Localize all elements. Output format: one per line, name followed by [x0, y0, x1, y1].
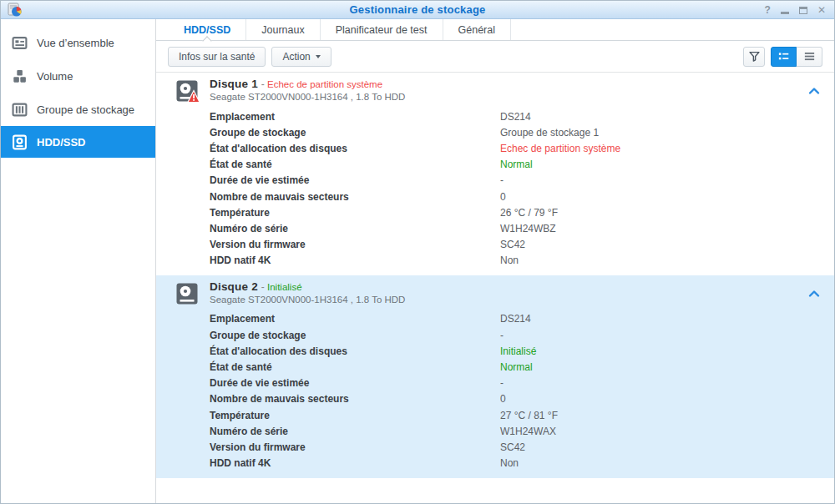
hdd-icon	[175, 78, 200, 103]
disk-detail-row: État de santéNormal	[210, 157, 817, 173]
disk-header: Disque 1 - Echec de partition système Se…	[175, 78, 817, 106]
disk-status-separator: -	[261, 281, 267, 293]
disk-model: Seagate ST2000VN000-1H3164 , 1.8 To HDD	[210, 294, 405, 306]
health-info-button[interactable]: Infos sur la santé	[168, 47, 266, 67]
detail-value: -	[500, 174, 504, 186]
action-label: Action	[282, 51, 310, 63]
detail-label: Numéro de série	[210, 426, 500, 437]
sidebar: Vue d’ensembleVolumeGroupe de stockageHD…	[1, 19, 156, 503]
minimize-icon[interactable]	[781, 3, 789, 18]
detail-label: Durée de vie estimée	[210, 174, 500, 186]
tab-hdd-ssd[interactable]: HDD/SSD	[169, 19, 246, 40]
detail-label: État d'allocation des disques	[210, 143, 500, 154]
hdd-icon	[175, 281, 200, 306]
tab-label: Général	[458, 24, 495, 36]
detail-label: Version du firmware	[210, 441, 500, 453]
detail-label: HDD natif 4K	[210, 457, 500, 469]
compact-view-icon[interactable]	[797, 47, 822, 67]
detail-value: Groupe de stockage 1	[500, 127, 599, 139]
disk-panel-disque-1[interactable]: Disque 1 - Echec de partition système Se…	[156, 73, 834, 275]
disk-status-separator: -	[261, 78, 267, 90]
tab-journaux[interactable]: Journaux	[246, 19, 320, 40]
disk-detail-rows: EmplacementDS214Groupe de stockageGroupe…	[210, 108, 817, 269]
sidebar-item-groupe-de-stockage[interactable]: Groupe de stockage	[1, 93, 155, 126]
action-button[interactable]: Action	[271, 47, 331, 67]
help-icon[interactable]: ?	[765, 4, 771, 16]
detail-value: SC42	[500, 239, 525, 250]
disk-model: Seagate ST2000VN000-1H3164 , 1.8 To HDD	[210, 91, 405, 103]
detail-label: Groupe de stockage	[210, 330, 500, 341]
detail-label: Durée de vie estimée	[210, 377, 500, 389]
chevron-up-icon[interactable]	[808, 286, 820, 295]
detail-value: 0	[500, 191, 506, 203]
disk-detail-row: Groupe de stockage-	[210, 327, 817, 343]
filter-icon[interactable]	[743, 47, 765, 67]
disk-list: Disque 1 - Echec de partition système Se…	[156, 72, 834, 503]
detail-value: W1H24WAX	[500, 426, 556, 437]
disk-detail-row: Température26 °C / 79 °F	[210, 204, 817, 220]
detail-value: 26 °C / 79 °F	[500, 207, 558, 219]
disk-status: Echec de partition système	[267, 79, 382, 89]
volume-icon	[12, 68, 28, 84]
detail-value: W1H24WBZ	[500, 223, 556, 234]
disk-detail-row: Nombre de mauvais secteurs0	[210, 189, 817, 204]
detail-value: 27 °C / 81 °F	[500, 410, 558, 421]
detail-value: DS214	[500, 313, 531, 325]
detail-value: Normal	[500, 159, 533, 170]
detail-label: Numéro de série	[210, 223, 500, 234]
maximize-icon[interactable]	[799, 3, 807, 18]
disk-detail-row: Numéro de sérieW1H24WBZ	[210, 220, 817, 236]
detail-value: -	[500, 377, 504, 389]
disk-detail-row: Nombre de mauvais secteurs0	[210, 391, 817, 407]
disk-detail-row: HDD natif 4KNon	[210, 253, 817, 269]
disk-detail-row: HDD natif 4KNon	[210, 456, 817, 471]
disk-panel-disque-2[interactable]: Disque 2 - Initialisé Seagate ST2000VN00…	[156, 275, 834, 478]
toolbar: Infos sur la santé Action	[156, 41, 834, 72]
disk-detail-row: EmplacementDS214	[210, 108, 817, 124]
detail-label: Température	[210, 410, 500, 421]
disk-detail-row: Durée de vie estimée-	[210, 375, 817, 391]
sidebar-item-volume[interactable]: Volume	[1, 59, 155, 93]
sidebar-item-label: Groupe de stockage	[37, 103, 134, 116]
detail-value: Non	[500, 255, 519, 266]
sidebar-item-hdd-ssd[interactable]: HDD/SSD	[1, 126, 155, 158]
detail-value: DS214	[500, 111, 531, 123]
detail-label: Emplacement	[210, 111, 500, 123]
tab-label: HDD/SSD	[184, 24, 230, 36]
detail-value: Normal	[500, 361, 533, 373]
disk-detail-row: Version du firmwareSC42	[210, 237, 817, 253]
tab-g-n-ral[interactable]: Général	[443, 19, 511, 40]
detail-label: État de santé	[210, 159, 500, 170]
tab-planificateur-de-test[interactable]: Planificateur de test	[321, 19, 443, 40]
disk-detail-row: Durée de vie estimée-	[210, 173, 817, 189]
titlebar[interactable]: Gestionnaire de stockage ? ✕	[1, 1, 834, 19]
list-view-icon[interactable]	[771, 47, 797, 67]
chevron-up-icon[interactable]	[808, 83, 820, 92]
tab-label: Journaux	[261, 24, 304, 36]
close-icon[interactable]: ✕	[817, 4, 826, 16]
detail-label: Nombre de mauvais secteurs	[210, 393, 500, 405]
main-content: HDD/SSDJournauxPlanificateur de testGéné…	[156, 19, 834, 503]
overview-icon	[12, 35, 28, 51]
disk-detail-row: Numéro de sérieW1H24WAX	[210, 423, 817, 439]
disk-detail-row: État d'allocation des disquesInitialisé	[210, 343, 817, 359]
disk-name: Disque 1	[210, 78, 258, 90]
disk-detail-rows: EmplacementDS214Groupe de stockage-État …	[210, 311, 817, 471]
storage-group-icon	[12, 102, 28, 118]
tab-bar: HDD/SSDJournauxPlanificateur de testGéné…	[156, 19, 834, 41]
sidebar-item-vue-d-ensemble[interactable]: Vue d’ensemble	[1, 26, 155, 59]
disk-detail-row: Version du firmwareSC42	[210, 439, 817, 455]
tab-label: Planificateur de test	[336, 24, 428, 36]
view-mode-switch	[771, 47, 822, 67]
detail-value: Non	[500, 457, 519, 469]
sidebar-item-label: Vue d’ensemble	[37, 37, 114, 49]
detail-value: 0	[500, 393, 506, 405]
detail-value: Initialisé	[500, 345, 536, 357]
storage-manager-window: Gestionnaire de stockage ? ✕ Vue d’ensem…	[0, 0, 835, 504]
sidebar-item-label: Volume	[37, 70, 73, 83]
detail-label: État de santé	[210, 361, 500, 373]
health-info-label: Infos sur la santé	[179, 51, 255, 63]
disk-detail-row: État d'allocation des disquesEchec de pa…	[210, 140, 817, 156]
hdd-icon	[12, 134, 28, 150]
disk-detail-row: Température27 °C / 81 °F	[210, 407, 817, 423]
